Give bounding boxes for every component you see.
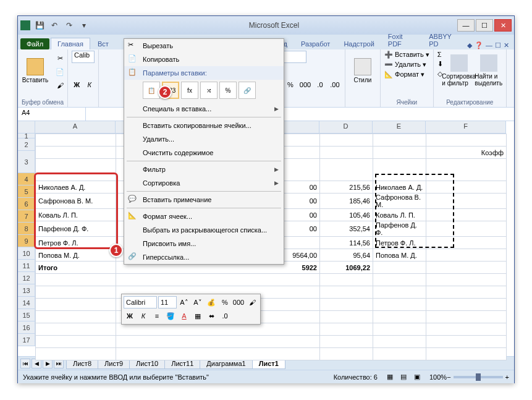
paste-formulas-icon[interactable]: fx	[181, 82, 198, 99]
tab-insert[interactable]: Вст	[91, 38, 115, 49]
help-question-icon[interactable]: ❓	[475, 41, 483, 49]
ribbon-max-icon[interactable]: ☐	[495, 41, 501, 49]
zoom-in[interactable]: +	[505, 373, 509, 381]
row-header[interactable]: 2	[18, 138, 35, 151]
zoom-out[interactable]: −	[447, 373, 450, 381]
mini-grow-font-icon[interactable]: A˄	[178, 296, 190, 309]
mini-percent-icon[interactable]: %	[219, 296, 231, 309]
cm-sort[interactable]: Сортировка▶	[124, 176, 284, 190]
styles-button[interactable]: Стили	[349, 51, 376, 90]
cell[interactable]: Коэфф	[426, 147, 507, 159]
row-header[interactable]: 6	[18, 198, 35, 210]
paste-button[interactable]: Вставить	[22, 51, 49, 90]
row-header[interactable]: 1	[18, 134, 35, 138]
col-header-e[interactable]: E	[373, 121, 426, 134]
row-header[interactable]: 13	[18, 284, 35, 297]
mini-borders-icon[interactable]: ▦	[192, 310, 204, 322]
mini-italic-button[interactable]: К	[137, 310, 150, 322]
cell[interactable]: Попова М. Д.	[36, 249, 116, 262]
minimize-button[interactable]: —	[457, 19, 475, 32]
mini-bold-button[interactable]: Ж	[124, 310, 136, 322]
row-header[interactable]: 9	[18, 235, 35, 247]
undo-icon[interactable]: ↶	[48, 19, 61, 32]
italic-button[interactable]: К	[84, 79, 95, 91]
col-header-f[interactable]: F	[426, 121, 506, 134]
mini-shrink-font-icon[interactable]: A˅	[192, 296, 204, 309]
zoom-slider[interactable]	[454, 376, 503, 378]
tab-file[interactable]: Файл	[20, 38, 49, 49]
cm-hyperlink[interactable]: 🔗Гиперссылка...	[124, 250, 284, 264]
cell[interactable]: Коваль Л. П.	[36, 209, 116, 221]
view-pagebreak-icon[interactable]: ▣	[411, 371, 423, 383]
tab-addins[interactable]: Надстрой	[337, 38, 380, 49]
row-header[interactable]: 7	[18, 210, 35, 223]
row-header[interactable]: 16	[18, 321, 35, 334]
tab-home[interactable]: Главная	[51, 38, 90, 49]
mini-fill-color-icon[interactable]: 🪣	[164, 310, 177, 322]
cm-format-cells[interactable]: 📐Формат ячеек...	[124, 210, 284, 223]
cut-icon[interactable]: ✂	[54, 52, 66, 64]
sort-filter-button[interactable]: Сортировка и фильтр	[445, 51, 473, 90]
tab-developer[interactable]: Разработ	[295, 38, 336, 49]
paste-link-icon[interactable]: 🔗	[239, 82, 256, 99]
percent-icon[interactable]: %	[284, 79, 297, 91]
name-box[interactable]: A4	[18, 108, 86, 121]
delete-cells-button[interactable]: ➖ Удалить ▾	[384, 61, 429, 69]
tab-foxit[interactable]: Foxit PDF	[382, 31, 421, 49]
fill-button[interactable]: ⬇	[437, 60, 443, 68]
cell[interactable]: Петров Ф. Л.	[36, 237, 116, 249]
row-header[interactable]: 8	[18, 223, 35, 235]
copy-icon[interactable]: 📄	[54, 66, 66, 78]
cm-insert-comment[interactable]: 💬Вставить примечание	[124, 193, 284, 206]
format-cells-button[interactable]: 📐 Формат ▾	[384, 70, 429, 79]
cm-copy[interactable]: 📄Копировать	[124, 53, 284, 66]
bold-button[interactable]: Ж	[72, 79, 82, 91]
row-header[interactable]: 4	[18, 173, 35, 185]
find-select-button[interactable]: Найти и выделить	[475, 51, 502, 90]
cm-clear[interactable]: Очистить содержимое	[124, 146, 284, 160]
row-header[interactable]: 14	[18, 297, 35, 309]
mini-comma-icon[interactable]: 000	[232, 296, 245, 309]
mini-size-combo[interactable]	[158, 296, 177, 309]
dec-decimal-icon[interactable]: .00	[329, 79, 341, 91]
autosum-button[interactable]: Σ	[437, 51, 443, 58]
inc-decimal-icon[interactable]: .0	[314, 79, 326, 91]
mini-merge-icon[interactable]: ⬌	[205, 310, 217, 322]
cm-insert-copied[interactable]: Вставить скопированные ячейки...	[124, 119, 284, 132]
paste-formatting-icon[interactable]: %	[219, 82, 237, 99]
format-painter-icon[interactable]: 🖌	[54, 79, 66, 91]
insert-cells-button[interactable]: ➕ Вставить ▾	[384, 51, 429, 59]
help-icon[interactable]: ◆	[467, 41, 472, 49]
cell-header-name[interactable]: Имя	[36, 159, 116, 181]
row-header[interactable]: 5	[18, 185, 35, 198]
cm-paste-special[interactable]: Специаль я вставка...▶	[124, 102, 284, 116]
cell[interactable]: Николаев А. Д.	[36, 181, 116, 194]
cell-koeff-value[interactable]	[426, 159, 507, 181]
font-combo[interactable]: Calib	[72, 51, 95, 63]
cm-dropdown-pick[interactable]: Выбрать из раскрывающегося списка...	[124, 223, 284, 237]
cm-cut[interactable]: ✂Вырезать	[124, 39, 284, 53]
ribbon-close-icon[interactable]: ✕	[504, 41, 509, 49]
qat-dropdown-icon[interactable]: ▾	[77, 19, 91, 32]
row-header[interactable]: 3	[18, 151, 35, 173]
row-header[interactable]: 11	[18, 260, 35, 272]
row-header[interactable]: 10	[18, 247, 35, 260]
paste-all-icon[interactable]: 📋	[143, 82, 160, 99]
col-header-a[interactable]: A	[35, 121, 116, 134]
mini-font-combo[interactable]	[124, 296, 157, 309]
mini-format-painter-icon[interactable]: 🖌	[246, 296, 258, 309]
cell-header-bonus[interactable]: Премия, руб	[320, 159, 373, 181]
row-header[interactable]: 12	[18, 272, 35, 284]
cell[interactable]: Парфенов Д. Ф.	[36, 221, 116, 237]
save-icon[interactable]: 💾	[33, 19, 46, 32]
cell-total-label[interactable]: Итого	[36, 262, 116, 274]
close-button[interactable]: ✕	[494, 19, 512, 32]
view-normal-icon[interactable]: ▦	[384, 371, 396, 383]
cell[interactable]: Сафронова В. М.	[36, 194, 116, 209]
mini-font-color-icon[interactable]: A	[178, 310, 190, 322]
cm-define-name[interactable]: Присвоить имя...	[124, 237, 284, 250]
paste-transpose-icon[interactable]: ⤭	[200, 82, 217, 99]
tab-abbyy[interactable]: ABBYY PD	[423, 31, 466, 49]
mini-currency-icon[interactable]: 💰	[205, 296, 217, 309]
mini-align-center-icon[interactable]: ≡	[151, 310, 163, 322]
